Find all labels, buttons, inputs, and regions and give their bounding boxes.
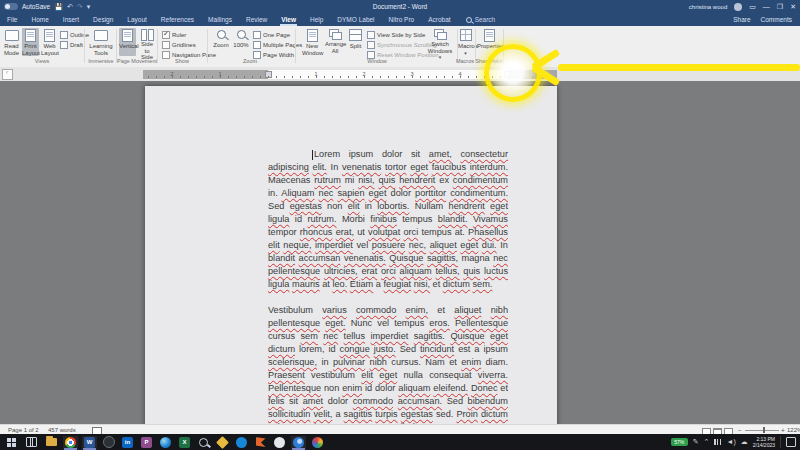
onedrive-cloud-icon[interactable]: ☁ — [741, 437, 748, 447]
document-text[interactable]: Lorem ipsum dolor sit amet, consectetur … — [268, 148, 508, 424]
search-label: Search — [475, 16, 496, 23]
macros-dropdown-icon: ▾ — [458, 50, 473, 57]
taskbar-clock[interactable]: 2:13 PM 2/14/2023 — [753, 436, 775, 448]
user-name[interactable]: christina wood — [689, 4, 727, 10]
taskbar-chrome-icon[interactable] — [63, 436, 78, 449]
learning-tools-button[interactable]: Learning Tools — [89, 28, 113, 56]
taskbar-flag-app-icon[interactable] — [253, 436, 268, 449]
zoom-percentage[interactable]: 122% — [787, 427, 800, 433]
share-button[interactable]: Share — [733, 16, 750, 23]
document-area[interactable]: Lorem ipsum dolor sit amet, consectetur … — [0, 81, 800, 424]
paragraph[interactable]: Lorem ipsum dolor sit amet, consectetur … — [268, 148, 508, 291]
tab-layout[interactable]: Layout — [120, 13, 154, 26]
user-avatar[interactable] — [734, 3, 742, 11]
clock-date: 2/14/2023 — [753, 442, 775, 448]
page-indicator[interactable]: Page 1 of 2 — [8, 427, 39, 433]
draft-button[interactable]: Draft — [60, 41, 83, 49]
tab-view[interactable]: View — [274, 13, 303, 26]
read-mode-button[interactable]: Read Mode — [3, 28, 20, 56]
taskbar-start-icon[interactable] — [7, 438, 16, 447]
taskbar-light-app-icon[interactable] — [272, 436, 287, 449]
ribbon-display-options-icon[interactable]: ▭ — [749, 3, 756, 11]
hidden-icons-chevron-icon[interactable]: ⌃ — [704, 437, 710, 447]
zoom-100-icon — [237, 30, 246, 39]
action-center-icon[interactable] — [786, 437, 796, 447]
taskbar-diamond-app-icon[interactable] — [215, 436, 230, 449]
web-layout-icon — [44, 29, 55, 42]
taskbar-excel-icon[interactable]: X — [177, 436, 192, 449]
taskbar-task-view-icon[interactable] — [26, 437, 37, 447]
page-width-button[interactable]: Page Width — [253, 51, 294, 59]
title-bar: AutoSave 💾 ↶ ↷ ▾ Document2 - Word christ… — [0, 0, 800, 13]
tab-references[interactable]: References — [154, 13, 201, 26]
tab-selector[interactable]: ⌜ — [2, 69, 13, 80]
paragraph[interactable]: Vestibulum varius commodo enim, et aliqu… — [268, 304, 508, 424]
zoom-out-button[interactable]: − — [738, 427, 742, 434]
gridlines-checkbox[interactable]: Gridlines — [162, 41, 196, 49]
ruler-number: 2 — [170, 71, 173, 77]
ruler-number: 1 — [218, 71, 221, 77]
vertical-icon — [122, 29, 133, 42]
taskbar-word-icon[interactable]: W — [82, 436, 97, 449]
pen-icon[interactable]: ✎ — [693, 437, 699, 447]
tab-dymo-label[interactable]: DYMO Label — [330, 13, 381, 26]
tab-acrobat[interactable]: Acrobat — [421, 13, 457, 26]
close-button[interactable]: ✕ — [790, 3, 796, 11]
taskbar-file-explorer-icon[interactable] — [46, 438, 57, 446]
battery-indicator[interactable]: 57% — [671, 438, 688, 446]
taskbar-photos-icon[interactable] — [310, 436, 325, 449]
navigation-pane-checkbox-icon — [162, 51, 170, 59]
taskbar-dark-app-icon[interactable] — [101, 436, 116, 449]
gridlines-checkbox-icon — [162, 41, 170, 49]
web-layout-button[interactable]: Web Layout — [41, 28, 58, 56]
one-page-icon — [253, 31, 261, 39]
tab-file[interactable]: File — [0, 13, 24, 26]
taskbar-linkedin-icon[interactable]: in — [120, 436, 135, 449]
arrange-all-icon — [329, 29, 342, 40]
tab-mailings[interactable]: Mailings — [201, 13, 239, 26]
taskbar-apps: WinPX — [0, 435, 325, 449]
taskbar-blue-app-icon[interactable] — [234, 436, 249, 449]
zoom-100-button[interactable]: 100% — [232, 28, 250, 56]
tab-home[interactable]: Home — [24, 13, 55, 26]
restore-button[interactable]: ❐ — [777, 3, 783, 11]
taskbar-swirl-app-icon[interactable] — [291, 436, 306, 449]
side-to-side-button[interactable]: Side to Side — [138, 28, 156, 56]
zoom-slider-thumb[interactable] — [763, 427, 765, 433]
arrange-all-button[interactable]: Arrange All — [325, 28, 345, 56]
comments-button[interactable]: Comments — [761, 16, 792, 23]
new-window-button[interactable]: New Window — [302, 28, 322, 56]
word-count[interactable]: 457 words — [48, 427, 76, 433]
view-side-by-side-button[interactable]: View Side by Side — [367, 31, 425, 39]
click-highlight-circle — [484, 44, 542, 102]
macros-button[interactable]: Macros ▾ — [458, 28, 473, 56]
one-page-button[interactable]: One Page — [253, 31, 290, 39]
zoom-slider-track[interactable] — [745, 430, 779, 431]
vertical-button[interactable]: Vertical — [119, 28, 136, 56]
document-page[interactable]: Lorem ipsum dolor sit amet, consectetur … — [145, 86, 557, 424]
ruler-number: 1 — [314, 71, 317, 77]
tab-review[interactable]: Review — [239, 13, 274, 26]
taskbar-search-app-icon[interactable] — [196, 436, 211, 449]
tab-nitro-pro[interactable]: Nitro Pro — [382, 13, 422, 26]
tab-design[interactable]: Design — [86, 13, 120, 26]
switch-windows-button[interactable]: Switch Windows ▾ — [426, 28, 454, 56]
zoom-in-button[interactable]: + — [781, 427, 785, 434]
search-box[interactable]: Search — [466, 16, 496, 23]
minimize-button[interactable]: — — [763, 3, 770, 10]
macros-icon — [460, 29, 472, 41]
ruler-checkbox[interactable]: Ruler — [162, 31, 186, 39]
print-layout-button[interactable]: Print Layout — [22, 28, 39, 56]
draft-icon — [60, 41, 68, 49]
tab-help[interactable]: Help — [303, 13, 330, 26]
network-icon[interactable] — [714, 439, 721, 445]
volume-icon[interactable]: ◄) — [726, 437, 735, 447]
switch-windows-icon — [434, 29, 447, 40]
taskbar-edge-icon[interactable] — [158, 436, 173, 449]
views-group-label: Views — [35, 58, 50, 64]
tab-insert[interactable]: Insert — [56, 13, 86, 26]
taskbar-powerpoint-icon[interactable]: P — [139, 436, 154, 449]
system-tray: 57% ✎ ⌃ ◄) ☁ 2:13 PM 2/14/2023 — [671, 436, 800, 448]
split-button[interactable]: Split — [348, 28, 363, 56]
zoom-button[interactable]: Zoom — [212, 28, 230, 56]
